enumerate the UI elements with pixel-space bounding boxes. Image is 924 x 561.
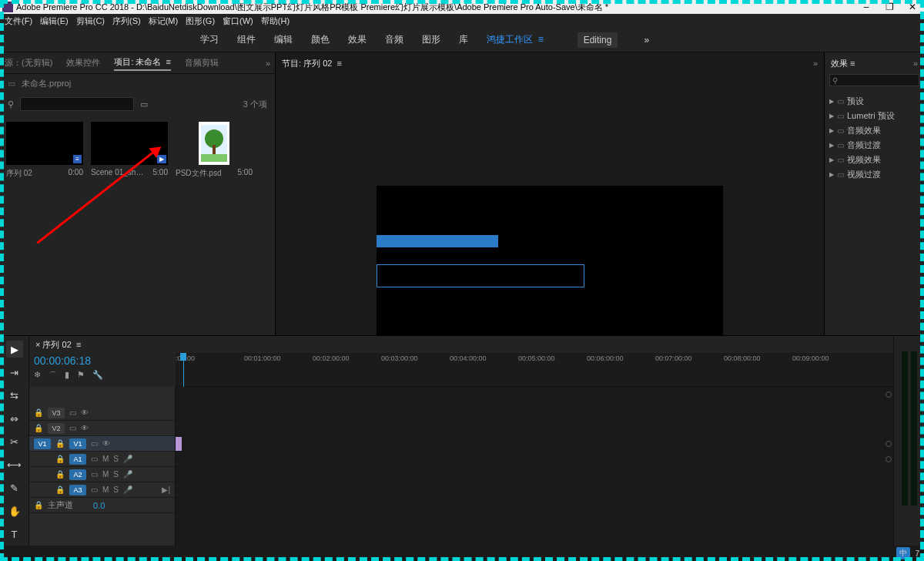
effects-folder-presets[interactable]: ▶▭预设 [828, 94, 921, 109]
effects-folder-audio-fx[interactable]: ▶▭音频效果 [828, 123, 921, 138]
windows-taskbar[interactable]: 中 7 [0, 546, 924, 561]
menu-edit[interactable]: 编辑(E) [40, 15, 69, 27]
tab-project[interactable]: 项目: 未命名 ≡ [114, 55, 171, 71]
menu-file[interactable]: 文件(F) [5, 15, 32, 27]
program-tabs-overflow[interactable]: » [813, 59, 818, 68]
title-graphic-outline [377, 264, 584, 287]
sequence-badge-icon: ≡ [73, 155, 82, 163]
workspace-bar: 学习 组件 编辑 颜色 效果 音频 图形 库 鸿捷工作区 ≡ Editing » [0, 28, 924, 52]
razor-tool[interactable]: ✂ [6, 433, 23, 450]
menu-sequence[interactable]: 序列(S) [112, 15, 141, 27]
app-logo-icon [2, 2, 13, 12]
window-maximize-button[interactable]: ❐ [878, 2, 901, 12]
tray-number: 7 [915, 549, 919, 558]
track-head-a1[interactable]: A1 🔒 A1 ▭ M S 🎤 [29, 452, 175, 467]
psd-thumbnail [199, 122, 229, 165]
tab-effect-controls[interactable]: 效果控件 [66, 55, 100, 70]
menu-clip[interactable]: 剪辑(C) [76, 15, 105, 27]
ime-indicator[interactable]: 中 [896, 547, 910, 559]
type-tool[interactable]: T [6, 526, 23, 543]
project-item-psd[interactable]: PSD文件.psd5:00 [176, 122, 253, 179]
window-minimize-button[interactable]: – [855, 2, 878, 12]
project-filter-bin-button[interactable]: ▭ [140, 99, 148, 109]
rolling-edit-tool[interactable]: ⇔ [6, 410, 23, 427]
video-badge-icon: ▶ [157, 155, 166, 163]
timeline-panel: ▶ ⇥ ⇆ ⇔ ✂ ⟷ ✎ ✋ T × 序列 02 ≡ 00:00:06:18 … [0, 335, 924, 561]
timeline-settings-flag-icon[interactable]: ⚑ [77, 370, 85, 381]
track-head-v2[interactable]: 🔒 V2 ▭ 👁 [29, 421, 175, 436]
project-folder-icon: ▭ [8, 79, 15, 89]
eye-icon[interactable]: 👁 [81, 408, 89, 417]
project-item-video[interactable]: ▶ Scene 01_shape.mov5:00 [91, 122, 168, 176]
workspace-audio[interactable]: 音频 [385, 33, 403, 46]
effects-folder-video-fx[interactable]: ▶▭视频效果 [828, 153, 921, 167]
track-vscroll-knob[interactable] [886, 391, 892, 398]
track-head-v1[interactable]: V1 🔒 V1 ▭ 👁 [29, 436, 175, 452]
sequence-end-icon[interactable]: ▶| [162, 485, 170, 494]
effects-search-input[interactable] [829, 74, 919, 86]
program-tab[interactable]: 节目: 序列 02 ≡ [282, 58, 342, 69]
project-item-sequence[interactable]: ≡ 序列 020:00 [6, 122, 83, 179]
track-vscroll-knob-3[interactable] [886, 456, 892, 462]
project-item-count: 3 个项 [243, 99, 267, 110]
menu-window[interactable]: 窗口(W) [223, 15, 253, 27]
mic-icon[interactable]: 🎤 [123, 455, 132, 463]
timeline-tool-palette: ▶ ⇥ ⇆ ⇔ ✂ ⟷ ✎ ✋ T [0, 336, 29, 561]
window-titlebar: Adobe Premiere Pro CC 2018 - D:\BaiduNet… [0, 0, 924, 14]
add-marker-icon[interactable]: ▮ [65, 370, 69, 381]
tab-source[interactable]: 源：(无剪辑) [5, 55, 52, 70]
linked-selection-icon[interactable]: ⌒ [49, 370, 57, 381]
timeline-timecode[interactable]: 00:00:06:18 [34, 354, 171, 367]
snap-toggle-icon[interactable]: ❄ [34, 370, 41, 381]
track-vscroll-knob-2[interactable] [886, 441, 892, 447]
tab-audio-edit[interactable]: 音频剪辑 [185, 55, 219, 70]
workspace-learn[interactable]: 学习 [200, 33, 219, 46]
workspace-effects[interactable]: 效果 [348, 33, 367, 46]
project-filename: 未命名.prproj [22, 78, 71, 89]
window-title: Adobe Premiere Pro CC 2018 - D:\BaiduNet… [16, 2, 855, 13]
effects-panel-overflow[interactable]: » [913, 59, 918, 68]
project-tabs-overflow[interactable]: » [266, 59, 270, 68]
app-menubar: 文件(F) 编辑(E) 剪辑(C) 序列(S) 标记(M) 图形(G) 窗口(W… [0, 14, 924, 28]
lock-icon[interactable]: 🔒 [34, 408, 43, 417]
timeline-wrench-icon[interactable]: 🔧 [92, 370, 103, 381]
svg-rect-3 [201, 154, 227, 162]
hand-tool[interactable]: ✋ [6, 502, 23, 519]
title-graphic-bar [377, 235, 498, 247]
menu-markers[interactable]: 标记(M) [149, 15, 179, 27]
effects-panel-title[interactable]: 效果 ≡ [831, 58, 855, 69]
search-icon: ⚲ [8, 99, 14, 109]
ripple-edit-tool[interactable]: ⇆ [6, 387, 23, 404]
timeline-tab[interactable]: × 序列 02 ≡ [35, 339, 81, 351]
menu-graphics[interactable]: 图形(G) [186, 15, 215, 27]
svg-rect-2 [213, 145, 216, 154]
project-search-input[interactable] [20, 97, 134, 111]
effects-folder-video-trans[interactable]: ▶▭视频过渡 [828, 167, 921, 182]
timeline-tracks-area[interactable] [176, 387, 893, 549]
menu-help[interactable]: 帮助(H) [261, 15, 290, 27]
workspace-assembly[interactable]: 组件 [237, 33, 256, 46]
workspace-graphics[interactable]: 图形 [422, 33, 440, 46]
track-select-tool[interactable]: ⇥ [6, 364, 23, 381]
workspace-editing-en[interactable]: Editing [578, 32, 618, 48]
pen-tool[interactable]: ✎ [6, 479, 23, 496]
workspace-custom-active[interactable]: 鸿捷工作区 ≡ [487, 33, 544, 46]
timeline-clip-v1[interactable] [176, 437, 182, 451]
track-head-a3[interactable]: 🔒 A3 ▭ M S 🎤 ▶| [29, 482, 175, 498]
effects-folder-lumetri[interactable]: ▶▭Lumetri 预设 [828, 109, 921, 123]
workspace-editing-cn[interactable]: 编辑 [274, 33, 293, 46]
source-patch-v1[interactable]: V1 [34, 438, 51, 449]
track-head-v3[interactable]: 🔒 V3 ▭ 👁 [29, 405, 175, 421]
audio-meter-panel [893, 336, 924, 561]
workspace-overflow-button[interactable]: » [644, 35, 649, 45]
window-close-button[interactable]: ✕ [901, 2, 924, 12]
slip-tool[interactable]: ⟷ [6, 456, 23, 473]
track-head-master[interactable]: 🔒 主声道 0.0 [29, 498, 175, 513]
effects-folder-audio-trans[interactable]: ▶▭音频过渡 [828, 138, 921, 153]
toggle-output-icon[interactable]: ▭ [69, 408, 76, 417]
selection-tool[interactable]: ▶ [6, 341, 23, 358]
track-head-a2[interactable]: 🔒 A2 ▭ M S 🎤 [29, 467, 175, 482]
workspace-color[interactable]: 颜色 [311, 33, 330, 46]
timeline-ruler[interactable]: :00:00 00:01:00:00 00:02:00:00 00:03:00:… [176, 353, 893, 387]
workspace-libraries[interactable]: 库 [459, 33, 468, 46]
